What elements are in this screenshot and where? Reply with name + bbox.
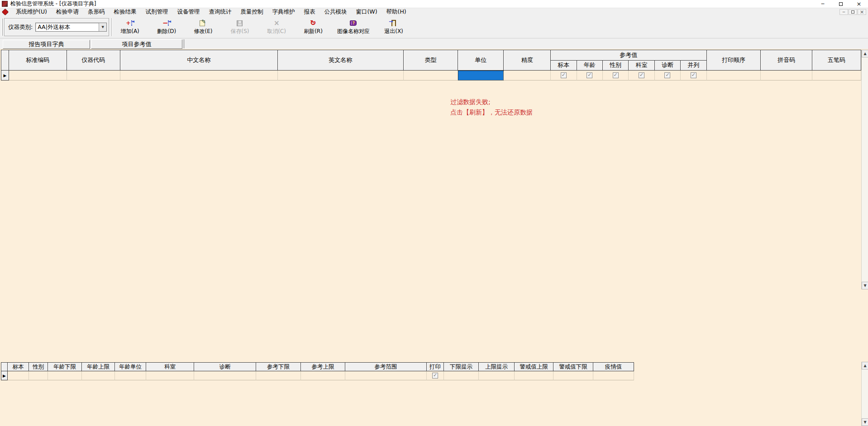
chevron-down-icon[interactable]: ▼ — [99, 23, 106, 31]
tab-report-item-dictionary[interactable]: 报告项目字典 — [3, 40, 90, 49]
bcell-age-upper[interactable] — [82, 371, 115, 380]
minimize-icon[interactable]: ─ — [814, 0, 832, 8]
cell-chinese-name[interactable] — [120, 71, 278, 80]
bcell-ref-upper[interactable] — [301, 371, 345, 380]
checkbox-specimen[interactable] — [561, 72, 567, 78]
instrument-category-select[interactable]: AA|外送标本 ▼ — [35, 23, 107, 32]
image-name-mapping-button[interactable]: 图像名称对应 — [334, 17, 372, 37]
close-icon[interactable]: × — [850, 0, 868, 8]
menu-barcode[interactable]: 条形码 — [83, 8, 110, 16]
scroll-down-icon[interactable]: ▼ — [862, 418, 868, 426]
cell-diagnosis[interactable] — [655, 71, 681, 80]
menu-reagent-management[interactable]: 试剂管理 — [141, 8, 172, 16]
cell-instrument-code[interactable] — [67, 71, 120, 80]
bcol-ref-lower: 参考下限 — [256, 363, 301, 371]
menu-system-maintenance[interactable]: 系统维护(U) — [11, 8, 52, 16]
menu-window[interactable]: 窗口(W) — [351, 8, 382, 16]
mdi-minimize-icon[interactable]: ─ — [839, 9, 848, 15]
add-button[interactable]: +◄ 增加(A) — [114, 17, 145, 37]
cell-department[interactable] — [629, 71, 654, 80]
bcell-epidemic-value[interactable] — [593, 371, 634, 380]
system-menu-icon[interactable] — [2, 9, 9, 16]
menu-quality-control[interactable]: 质量控制 — [236, 8, 267, 16]
cell-parallel[interactable] — [681, 71, 706, 80]
bcell-diagnosis[interactable] — [194, 371, 256, 380]
bcell-upper-hint[interactable] — [479, 371, 515, 380]
toolbar-buttons: +◄ 增加(A) −◄ 删除(D) ✎ 修改(E) 保存(S) × 取消(C) … — [114, 17, 415, 37]
bcell-specimen[interactable] — [8, 371, 29, 380]
menu-public-module[interactable]: 公共模块 — [320, 8, 351, 16]
bcol-epidemic-value: 疫情值 — [593, 363, 634, 371]
app-icon — [2, 1, 8, 7]
menu-equipment-management[interactable]: 设备管理 — [172, 8, 204, 16]
checkbox-parallel[interactable] — [691, 72, 696, 78]
menu-reports[interactable]: 报表 — [299, 8, 320, 16]
instrument-category-panel: 仪器类别: AA|外送标本 ▼ — [4, 18, 109, 36]
main-grid: 标准编码 仪器代码 中文名称 英文名称 类型 单位 精度 参考值 标本 年龄 性… — [1, 50, 861, 80]
checkbox-print[interactable] — [432, 373, 438, 379]
toolbar-gripper — [1, 19, 3, 36]
bcell-department[interactable] — [146, 371, 194, 380]
menu-dictionary-maintenance[interactable]: 字典维护 — [267, 8, 299, 16]
exit-button[interactable]: → 退出(X) — [378, 17, 409, 37]
cell-english-name[interactable] — [278, 71, 404, 80]
bcol-lower-hint: 下限提示 — [444, 363, 479, 371]
mdi-close-icon[interactable]: × — [858, 9, 866, 15]
menu-help[interactable]: 帮助(H) — [382, 8, 411, 16]
bcell-ref-range[interactable] — [345, 371, 427, 380]
cell-gender[interactable] — [603, 71, 629, 80]
main-grid-scrollbar[interactable]: ▲ ▼ — [861, 50, 868, 289]
cell-standard-code[interactable] — [9, 71, 67, 80]
cell-wubi-code[interactable] — [812, 71, 861, 80]
maximize-icon[interactable] — [832, 0, 850, 8]
bottom-grid-scrollbar[interactable]: ▲ ▼ — [861, 362, 868, 426]
cell-age[interactable] — [577, 71, 603, 80]
main-grid-area: 标准编码 仪器代码 中文名称 英文名称 类型 单位 精度 参考值 标本 年龄 性… — [0, 49, 868, 289]
scroll-up-icon[interactable]: ▲ — [862, 50, 868, 57]
table-row: ▶ — [1, 71, 861, 80]
bcell-age-unit[interactable] — [115, 371, 146, 380]
bottom-grid-header: 标本 性别 年龄下限 年龄上限 年龄单位 科室 诊断 参考下限 参考上限 参考范… — [1, 362, 634, 371]
cell-pinyin-code[interactable] — [761, 71, 812, 80]
bcell-ref-lower[interactable] — [256, 371, 301, 380]
mdi-window-controls: ─ × — [839, 9, 866, 15]
bcol-alert-lower: 警戒值下限 — [553, 363, 593, 371]
bcol-age-upper: 年龄上限 — [82, 363, 115, 371]
delete-button[interactable]: −◄ 删除(D) — [151, 17, 182, 37]
edit-button[interactable]: ✎ 修改(E) — [188, 17, 219, 37]
menu-test-request[interactable]: 检验申请 — [52, 8, 83, 16]
cell-precision[interactable] — [504, 71, 551, 80]
mdi-restore-icon[interactable] — [849, 9, 857, 15]
col-precision: 精度 — [504, 50, 551, 71]
refresh-button[interactable]: ↻! 刷新(R) — [298, 17, 329, 37]
menu-test-result[interactable]: 检验结果 — [109, 8, 141, 16]
checkbox-age[interactable] — [587, 72, 592, 78]
ref-value-group: 参考值 标本 年龄 性别 科室 诊断 并列 — [551, 50, 706, 71]
bcol-department: 科室 — [146, 363, 194, 371]
bcell-alert-lower[interactable] — [553, 371, 593, 380]
checkbox-department[interactable] — [639, 72, 644, 78]
tab-item-reference-values[interactable]: 项目参考值 — [91, 39, 182, 49]
checkbox-gender[interactable] — [613, 72, 619, 78]
scroll-down-icon[interactable]: ▼ — [862, 282, 868, 289]
bcell-print[interactable] — [427, 371, 444, 380]
bcol-print: 打印 — [427, 363, 444, 371]
menu-query-statistics[interactable]: 查询统计 — [204, 8, 236, 16]
bcol-ref-upper: 参考上限 — [301, 363, 345, 371]
table-row: ▶ — [1, 371, 634, 380]
scroll-up-icon[interactable]: ▲ — [862, 362, 868, 369]
col-type: 类型 — [404, 50, 458, 71]
toolbar-separator — [111, 18, 112, 36]
cell-specimen[interactable] — [551, 71, 577, 80]
bcell-gender[interactable] — [29, 371, 48, 380]
cell-type[interactable] — [404, 71, 458, 80]
bcell-alert-upper[interactable] — [515, 371, 553, 380]
bcell-lower-hint[interactable] — [444, 371, 479, 380]
cell-unit-selected[interactable] — [458, 71, 504, 80]
add-icon: +◄ — [125, 19, 134, 27]
checkbox-diagnosis[interactable] — [664, 72, 670, 78]
bcell-age-lower[interactable] — [48, 371, 82, 380]
cell-print-order[interactable] — [707, 71, 761, 80]
toolbar: 仪器类别: AA|外送标本 ▼ +◄ 增加(A) −◄ 删除(D) ✎ 修改(E… — [0, 16, 868, 38]
main-grid-header: 标准编码 仪器代码 中文名称 英文名称 类型 单位 精度 参考值 标本 年龄 性… — [1, 50, 861, 71]
